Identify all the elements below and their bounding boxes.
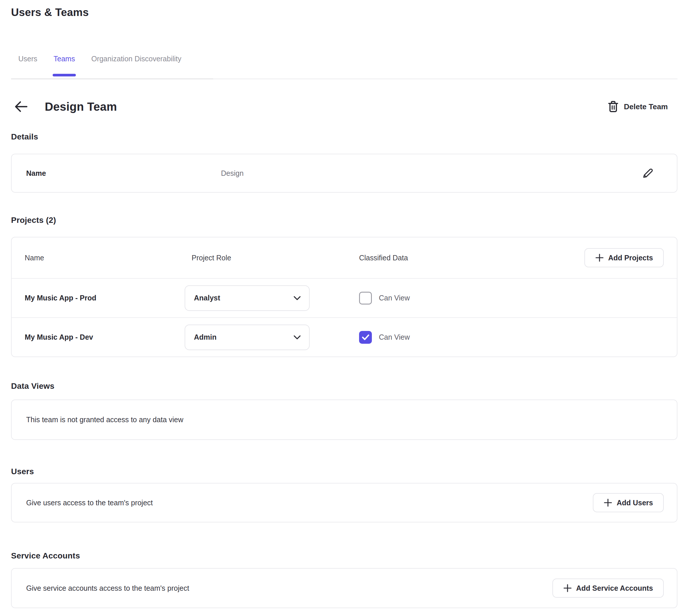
chevron-down-icon <box>293 335 301 340</box>
chevron-down-icon <box>293 296 301 301</box>
project-name: My Music App - Dev <box>25 333 185 342</box>
service-accounts-heading: Service Accounts <box>11 551 678 561</box>
tab-teams[interactable]: Teams <box>53 54 75 79</box>
add-users-button[interactable]: Add Users <box>593 493 664 512</box>
column-header-project-role: Project Role <box>185 254 359 262</box>
trash-icon <box>608 101 618 112</box>
project-role-value: Admin <box>194 333 217 342</box>
details-card: Name Design <box>11 154 678 193</box>
tab-strip: Users Teams Organization Discoverability <box>11 54 213 79</box>
team-name-label: Name <box>26 169 221 178</box>
add-users-label: Add Users <box>617 499 653 507</box>
plus-icon <box>604 498 612 507</box>
table-row: My Music App - Dev Admin Can View <box>12 317 677 356</box>
users-heading: Users <box>11 466 678 477</box>
can-view-checkbox[interactable] <box>359 331 372 344</box>
tab-bar: Users Teams Organization Discoverability <box>11 54 678 79</box>
column-header-classified-data: Classified Data <box>359 254 584 262</box>
plus-icon <box>595 254 604 262</box>
projects-heading: Projects (2) <box>11 215 678 225</box>
data-views-heading: Data Views <box>11 381 678 391</box>
project-role-value: Analyst <box>194 294 220 302</box>
tab-organization-discoverability[interactable]: Organization Discoverability <box>91 54 181 79</box>
back-arrow-icon[interactable] <box>13 100 28 113</box>
team-header: Design Team Delete Team <box>11 94 678 119</box>
project-role-dropdown[interactable]: Analyst <box>185 285 309 311</box>
project-role-dropdown[interactable]: Admin <box>185 325 309 350</box>
check-icon <box>362 334 369 340</box>
data-views-empty-text: This team is not granted access to any d… <box>26 416 184 424</box>
projects-table-header: Name Project Role Classified Data Add Pr… <box>12 237 677 278</box>
add-projects-label: Add Projects <box>608 254 653 262</box>
delete-team-button[interactable]: Delete Team <box>608 101 668 112</box>
data-views-card: This team is not granted access to any d… <box>11 399 678 440</box>
plus-icon <box>563 584 572 592</box>
users-teams-settings-page: Users & Teams Users Teams Organization D… <box>0 6 685 608</box>
service-accounts-empty-text: Give service accounts access to the team… <box>26 584 189 592</box>
page-title: Users & Teams <box>11 6 678 19</box>
column-header-name: Name <box>25 254 185 262</box>
project-name: My Music App - Prod <box>25 294 185 302</box>
add-service-accounts-label: Add Service Accounts <box>576 584 653 592</box>
add-service-accounts-button[interactable]: Add Service Accounts <box>552 578 664 598</box>
details-heading: Details <box>11 132 678 142</box>
pencil-icon[interactable] <box>642 167 654 179</box>
team-title: Design Team <box>45 100 117 113</box>
can-view-label: Can View <box>379 294 410 302</box>
tab-users[interactable]: Users <box>18 54 37 79</box>
can-view-label: Can View <box>379 333 410 342</box>
projects-table: Name Project Role Classified Data Add Pr… <box>11 237 678 357</box>
users-empty-text: Give users access to the team's project <box>26 499 153 507</box>
users-card: Give users access to the team's project … <box>11 483 678 523</box>
table-row: My Music App - Prod Analyst Can View <box>12 278 677 317</box>
can-view-checkbox[interactable] <box>359 292 372 305</box>
service-accounts-card: Give service accounts access to the team… <box>11 568 678 608</box>
delete-team-label: Delete Team <box>624 102 668 111</box>
add-projects-button[interactable]: Add Projects <box>584 248 664 267</box>
team-name-value: Design <box>221 169 244 178</box>
